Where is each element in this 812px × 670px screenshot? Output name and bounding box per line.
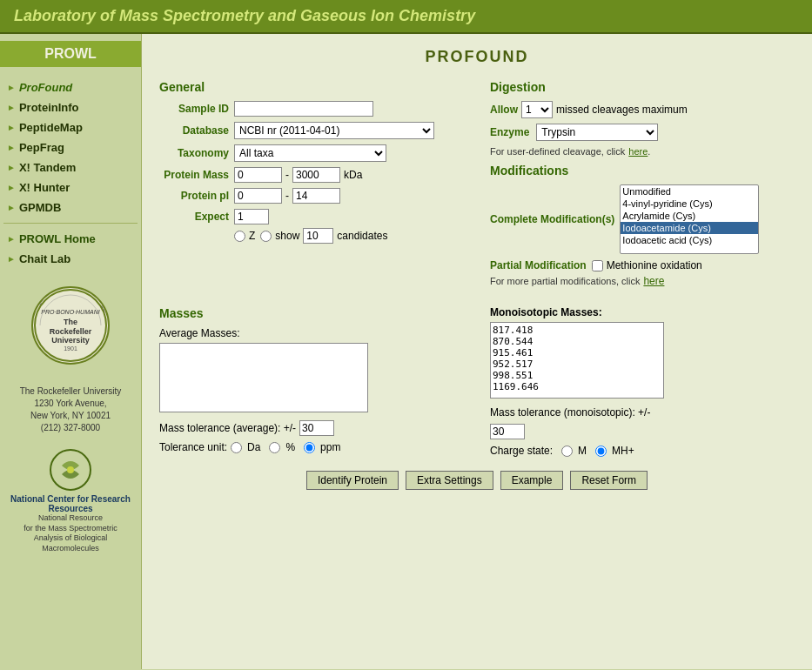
show-input[interactable]	[303, 228, 333, 244]
tolerance-da-radio[interactable]	[231, 442, 242, 453]
partial-more-link[interactable]: here	[643, 275, 664, 287]
mod-list-container: Unmodified 4-vinyl-pyridine (Cys) Acryla…	[620, 184, 759, 254]
partial-more-text: For more partial modifications, click	[490, 276, 640, 286]
tolerance-pct-label: %	[285, 441, 295, 453]
missed-cleavages-label: missed cleavages maximum	[556, 104, 688, 116]
tolerance-mono-input[interactable]	[490, 424, 525, 439]
charge-mh-label: MH+	[612, 445, 634, 457]
general-section-title: General	[159, 80, 464, 94]
sidebar: PROWL ► ProFound ► ProteinInfo ► Peptide…	[0, 34, 142, 669]
protein-pi-dash: -	[285, 190, 289, 202]
methionine-label: Methionine oxidation	[607, 259, 702, 271]
partial-mod-label: Partial Modification	[490, 259, 587, 271]
missed-cleavages-select[interactable]: 1 2 3	[521, 101, 553, 118]
prowl-label: PROWL	[0, 41, 141, 67]
ncr-subtext2: for the Mass Spectrometric	[3, 524, 138, 534]
z-radio[interactable]	[234, 231, 245, 242]
tolerance-ppm-label: ppm	[320, 441, 340, 453]
university-address: The Rockefeller University 1230 York Ave…	[0, 382, 141, 438]
cleavage-row: For user-defined cleavage, click here .	[490, 146, 795, 157]
protein-mass-max-input[interactable]	[292, 167, 340, 183]
main-content: PROFOUND General Sample ID Database NCBI…	[142, 34, 812, 669]
sidebar-item-profound[interactable]: ► ProFound	[0, 77, 141, 97]
extra-settings-button[interactable]: Extra Settings	[406, 471, 493, 490]
sidebar-item-gpmdb[interactable]: ► GPMDB	[0, 198, 141, 218]
masses-left: Masses Average Masses: Mass tolerance (a…	[159, 306, 464, 457]
example-button[interactable]: Example	[500, 471, 564, 490]
charge-m-label: M	[578, 445, 587, 457]
arrow-icon: ►	[7, 103, 16, 112]
svg-point-9	[67, 466, 74, 473]
reset-form-button[interactable]: Reset Form	[570, 471, 648, 490]
enzyme-row: Enzyme Trypsin	[490, 124, 795, 141]
database-select[interactable]: NCBI nr (2011-04-01)	[234, 122, 434, 139]
sidebar-item-proteininfo[interactable]: ► ProteinInfo	[0, 97, 141, 117]
identify-protein-button[interactable]: Identify Protein	[306, 471, 399, 490]
tolerance-mono-label: Mass tolerance (monoisotopic): +/-	[490, 406, 650, 419]
z-radio2[interactable]	[260, 231, 272, 242]
protein-pi-min-input[interactable]	[234, 188, 282, 204]
sidebar-item-chait-lab[interactable]: ► Chait Lab	[0, 249, 141, 269]
address-line1: The Rockefeller University	[5, 385, 136, 398]
sample-id-input[interactable]	[234, 101, 373, 117]
charge-mh-radio[interactable]	[595, 446, 607, 457]
arrow-icon: ►	[7, 143, 16, 152]
show-label: show	[275, 230, 299, 242]
cleavage-link[interactable]: here	[628, 146, 648, 157]
sidebar-item-label: GPMDB	[19, 201, 61, 214]
arrow-icon: ►	[7, 254, 16, 264]
ncr-subtext3: Analysis of Biological	[3, 533, 138, 544]
sidebar-item-prowl-home[interactable]: ► PROWL Home	[0, 229, 141, 249]
protein-mass-dash: -	[285, 169, 289, 181]
svg-text:University: University	[51, 336, 90, 345]
arrow-icon: ►	[7, 203, 16, 212]
sidebar-item-peptidemap[interactable]: ► PeptideMap	[0, 117, 141, 137]
protein-pi-max-input[interactable]	[292, 188, 340, 204]
monoisotopic-textarea[interactable]: 817.418 870.544 915.461 952.517 998.551 …	[490, 322, 664, 399]
arrow-icon: ►	[7, 163, 16, 172]
candidates-label: candidates	[337, 230, 387, 242]
enzyme-label: Enzyme	[490, 126, 529, 138]
tolerance-avg-row: Mass tolerance (average): +/-	[159, 420, 464, 436]
expect-row: Expect	[159, 209, 464, 224]
sample-id-label: Sample ID	[159, 103, 229, 115]
ncr-subtext4: Macromolecules	[3, 544, 138, 554]
tolerance-avg-input[interactable]	[299, 420, 334, 436]
tolerance-avg-label: Mass tolerance (average): +/-	[159, 422, 296, 434]
allow-row: Allow 1 2 3 missed cleavages maximum	[490, 101, 795, 118]
form-right: Digestion Allow 1 2 3 missed cleavages m…	[490, 80, 795, 292]
complete-mod-label: Complete Modification(s)	[490, 213, 614, 225]
monoisotopic-label: Monoisotopic Masses:	[490, 306, 795, 318]
page-title: PROFOUND	[159, 48, 795, 66]
charge-m-radio[interactable]	[561, 446, 573, 457]
sidebar-item-label: X! Hunter	[19, 181, 70, 194]
complete-mod-row: Complete Modification(s) Unmodified 4-vi…	[490, 184, 795, 254]
partial-more-row: For more partial modifications, click he…	[490, 275, 795, 287]
methionine-checkbox[interactable]	[592, 260, 603, 271]
complete-mod-select[interactable]: Unmodified 4-vinyl-pyridine (Cys) Acryla…	[620, 184, 759, 254]
sidebar-item-xtandem[interactable]: ► X! Tandem	[0, 157, 141, 178]
tolerance-mono-input-row	[490, 424, 795, 439]
page-header: Laboratory of Mass Spectrometry and Gase…	[0, 0, 812, 34]
taxonomy-row: Taxonomy All taxa	[159, 144, 464, 162]
sidebar-item-pepfrag[interactable]: ► PepFrag	[0, 137, 141, 157]
svg-text:The: The	[64, 318, 77, 326]
protein-mass-min-input[interactable]	[234, 167, 282, 183]
chait-lab-label: Chait Lab	[19, 252, 70, 265]
svg-text:1901: 1901	[64, 345, 77, 352]
sidebar-item-label: X! Tandem	[19, 161, 77, 174]
expect-input[interactable]	[234, 209, 269, 224]
sample-id-row: Sample ID	[159, 101, 464, 117]
svg-text:PRO·BONO·HUMANI: PRO·BONO·HUMANI	[41, 309, 99, 315]
allow-label: Allow	[490, 104, 518, 116]
database-row: Database NCBI nr (2011-04-01)	[159, 122, 464, 139]
enzyme-select[interactable]: Trypsin	[536, 124, 658, 141]
tolerance-pct-radio[interactable]	[269, 442, 280, 453]
tolerance-ppm-radio[interactable]	[304, 442, 315, 453]
sidebar-item-xhunter[interactable]: ► X! Hunter	[0, 178, 141, 198]
arrow-icon: ►	[7, 83, 16, 92]
average-masses-textarea[interactable]	[159, 343, 368, 412]
address-line3: New York, NY 10021	[5, 410, 136, 422]
taxonomy-select[interactable]: All taxa	[234, 144, 386, 162]
protein-mass-unit: kDa	[344, 169, 362, 181]
